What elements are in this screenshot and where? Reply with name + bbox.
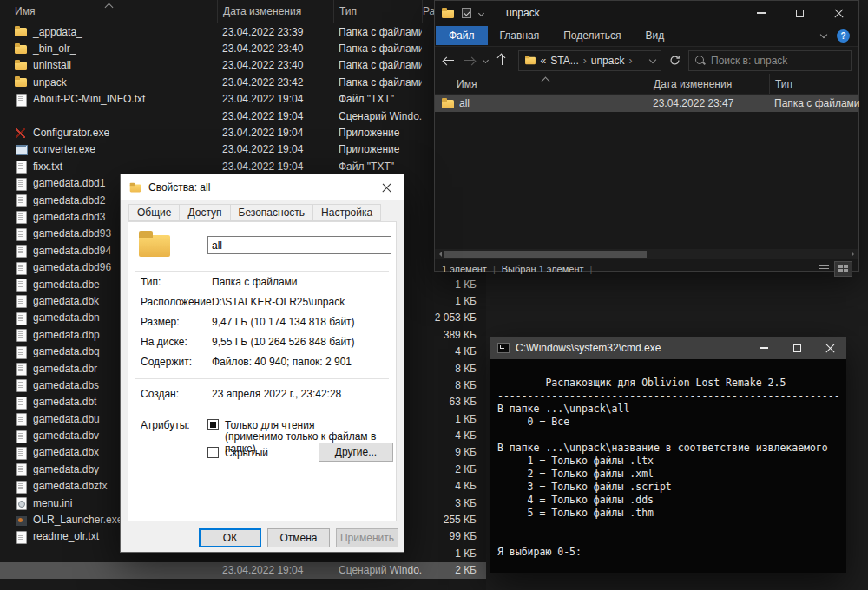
maximize-icon: [796, 10, 804, 17]
up-button[interactable]: [495, 56, 510, 65]
dialog-buttons: ОК Отмена Применить: [199, 528, 398, 547]
file-type: Файл "TXT": [333, 158, 422, 174]
status-separator: |: [590, 264, 593, 274]
file-row[interactable]: all 23.04.2022 23:47 Папка с файлами: [435, 95, 858, 112]
column-header-type[interactable]: Тип: [769, 74, 858, 94]
close-button[interactable]: [819, 1, 858, 25]
breadcrumb-item[interactable]: unpack: [591, 55, 625, 67]
details-view-icon: [819, 265, 829, 273]
info-row: На диске: 9,55 ГБ (10 264 526 848 байт): [141, 331, 389, 351]
column-header-type[interactable]: Тип: [333, 0, 422, 23]
breadcrumb-overflow[interactable]: «: [541, 55, 547, 67]
file-row[interactable]: configurator.cmd 23.04.2022 19:04 Сценар…: [0, 108, 486, 124]
expand-ribbon-chevron-icon[interactable]: [820, 30, 827, 37]
info-label: Расположение:: [141, 296, 212, 308]
column-header-date[interactable]: Дата изменения: [648, 74, 769, 94]
sort-ascending-icon: [542, 77, 550, 86]
file-icon: [15, 363, 27, 374]
console-line: [497, 429, 839, 442]
quick-access-chevron-down-icon[interactable]: [478, 10, 484, 16]
unpack-file-list: all 23.04.2022 23:47 Папка с файлами: [435, 95, 858, 249]
maximize-button[interactable]: [780, 1, 819, 25]
file-row[interactable]: converter.exe 23.04.2022 19:04 Приложени…: [0, 141, 486, 158]
file-row[interactable]: Unpack_OLR.cmd 23.04.2022 19:04 Сценарий…: [0, 562, 486, 579]
dialog-tab[interactable]: Общие: [128, 204, 180, 221]
file-row[interactable]: fixx.txt 23.04.2022 19:04 Файл "TXT": [0, 158, 486, 174]
forward-arrow-icon: [463, 56, 476, 65]
file-icon: [15, 26, 27, 37]
minimize-button[interactable]: [741, 1, 780, 25]
desktop: { "left_explorer": { "columns": {"name":…: [0, 0, 868, 590]
breadcrumb-item[interactable]: STA...: [550, 55, 578, 67]
info-row: Размер: 9,47 ГБ (10 174 134 818 байт): [141, 311, 389, 331]
back-button[interactable]: [442, 56, 457, 65]
file-name: fixx.txt: [33, 161, 62, 173]
search-box: [688, 50, 852, 71]
dialog-tab[interactable]: Доступ: [179, 204, 230, 221]
horizontal-scrollbar[interactable]: [435, 249, 858, 259]
console-line: 2 = Только файлы .xml: [497, 468, 839, 481]
dialog-close-button[interactable]: [369, 174, 404, 200]
file-row[interactable]: _appdata_ 23.04.2022 23:39 Папка с файла…: [0, 23, 486, 40]
file-name: gamedata.dbr: [33, 363, 97, 375]
file-row[interactable]: _bin_olr_ 23.04.2022 23:40 Папка с файла…: [0, 40, 486, 56]
cancel-button[interactable]: Отмена: [267, 528, 330, 547]
column-header-name[interactable]: Имя: [435, 74, 648, 94]
quick-access-icon[interactable]: [462, 8, 471, 18]
tab-file[interactable]: Файл: [436, 26, 488, 45]
recent-locations-button[interactable]: [481, 58, 490, 62]
address-bar[interactable]: « STA... › unpack ›: [518, 50, 662, 71]
readonly-checkbox[interactable]: [207, 419, 219, 430]
column-header-date[interactable]: Дата изменения: [217, 0, 333, 23]
info-value: Файлов: 40 940; папок: 2 901: [212, 356, 352, 368]
refresh-button[interactable]: [666, 50, 684, 71]
ribbon-tab[interactable]: Вид: [633, 30, 676, 42]
hidden-label: Скрытый: [225, 447, 268, 459]
quick-access-toolbar: [442, 8, 483, 19]
forward-button[interactable]: [461, 56, 476, 65]
folder-name-input[interactable]: [207, 236, 391, 254]
console-line: 4 = Только файлы .dds: [497, 494, 839, 507]
details-view-button[interactable]: [816, 262, 832, 276]
file-row[interactable]: About-PC-Mini_INFO.txt 23.04.2022 19:04 …: [0, 91, 486, 108]
file-icon: [15, 144, 27, 155]
status-selected-count: Выбран 1 элемент: [502, 264, 584, 274]
apply-button[interactable]: Применить: [336, 528, 398, 547]
scroll-right-arrow-icon[interactable]: [852, 252, 857, 257]
ribbon-tab[interactable]: Главная: [488, 30, 552, 42]
file-name: gamedata.dbn: [33, 311, 100, 324]
file-size: 4 КБ: [422, 427, 483, 443]
ribbon-tab[interactable]: Поделиться: [551, 30, 633, 42]
search-input[interactable]: [711, 55, 845, 67]
help-button[interactable]: ?: [837, 30, 850, 43]
info-row: Тип: Папка с файлами: [141, 272, 389, 292]
file-name: unpack: [33, 76, 67, 88]
file-row[interactable]: unpack 23.04.2022 23:42 Папка с файлами: [0, 74, 486, 90]
file-name: gamedata.dbd1: [33, 177, 105, 189]
cmd-icon: [497, 343, 510, 353]
large-icons-view-button[interactable]: [835, 262, 852, 276]
scroll-left-arrow-icon[interactable]: [437, 252, 442, 257]
file-icon: [15, 447, 27, 458]
file-row[interactable]: Configurator.exe 23.04.2022 19:04 Прилож…: [0, 124, 486, 141]
file-row[interactable]: uninstall 23.04.2022 23:40 Папка с файла…: [0, 57, 486, 74]
other-attributes-button[interactable]: Другие...: [319, 442, 393, 462]
file-icon: [15, 60, 27, 71]
file-name: gamedata.dbx: [33, 446, 99, 458]
dialog-tab[interactable]: Безопасность: [230, 204, 314, 221]
maximize-button[interactable]: [780, 337, 813, 359]
close-button[interactable]: [813, 337, 846, 359]
scrollbar-thumb[interactable]: [444, 251, 647, 258]
ok-button[interactable]: ОК: [199, 528, 261, 547]
dialog-tab[interactable]: Настройка: [312, 204, 381, 221]
console-output[interactable]: ----------------------------------------…: [490, 359, 846, 563]
file-icon: [15, 295, 27, 306]
address-dropdown-chevron-icon[interactable]: [649, 56, 656, 62]
file-size: 389 КБ: [422, 326, 483, 343]
file-size: 8 КБ: [422, 377, 483, 393]
column-header-name[interactable]: Имя: [0, 0, 217, 23]
file-size: 99 КБ: [422, 528, 483, 545]
hidden-checkbox[interactable]: [207, 447, 219, 458]
file-name: gamedata.dbd2: [33, 194, 105, 206]
minimize-button[interactable]: [747, 337, 780, 359]
